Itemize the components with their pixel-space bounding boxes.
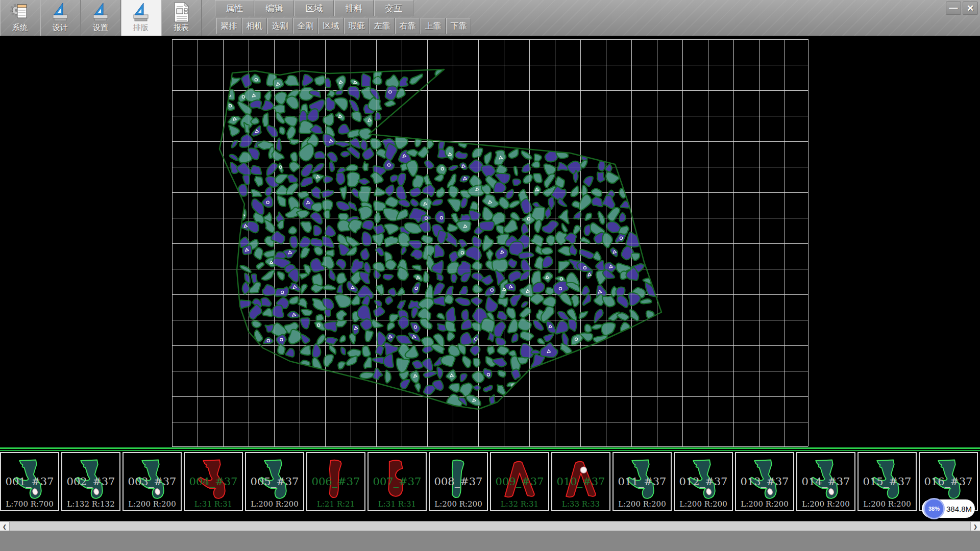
- menu-region[interactable]: 区域: [295, 0, 334, 16]
- piece-lr-count: L:200 R:200: [736, 499, 793, 509]
- action-align-bottom[interactable]: 下靠: [446, 18, 471, 34]
- thumbnail-piece-001_#37[interactable]: 001_#37L:700 R:700: [0, 452, 59, 511]
- piece-lr-count: L:200 R:200: [675, 499, 732, 509]
- piece-lr-count: L:31 R:31: [369, 499, 426, 509]
- piece-lr-count: L:200 R:200: [614, 499, 671, 509]
- thumbnail-piece-006_#37[interactable]: 006_#37L:21 R:21: [306, 452, 365, 511]
- piece-lr-count: L:200 R:200: [246, 499, 303, 509]
- close-button[interactable]: ✕: [963, 2, 978, 15]
- thumbnail-piece-005_#37[interactable]: 005_#37L:200 R:200: [245, 452, 304, 511]
- action-align-right[interactable]: 右靠: [395, 18, 420, 34]
- thumbnail-piece-007_#37[interactable]: 007_#37L:31 R:31: [368, 452, 427, 511]
- menu-interact[interactable]: 交互: [374, 0, 413, 16]
- minimize-button[interactable]: —: [946, 2, 961, 15]
- design-button-label: 设计: [53, 23, 68, 32]
- status-bar: [0, 531, 980, 551]
- main-button-group: 系统 设计 设置: [0, 0, 202, 36]
- piece-name: 014_#37: [797, 475, 854, 488]
- action-select-cut[interactable]: 选割: [267, 18, 292, 34]
- window-controls: — ✕: [946, 2, 978, 15]
- piece-lr-count: L:200 R:200: [124, 499, 181, 509]
- piece-name: 010_#37: [552, 475, 609, 488]
- piece-name: 005_#37: [246, 475, 303, 488]
- gear-document-icon: [10, 2, 30, 23]
- piece-name: 006_#37: [307, 475, 364, 488]
- action-cut-all[interactable]: 全割: [293, 18, 318, 34]
- strip-separator-line: [0, 447, 980, 449]
- piece-name: 008_#37: [430, 475, 487, 488]
- ruler-icon: [131, 2, 151, 23]
- piece-name: 007_#37: [369, 475, 426, 488]
- action-row: 聚排 相机 选割 全割 区域 瑕疵 左靠 右靠 上靠 下靠: [216, 18, 472, 34]
- ruler-icon: [90, 2, 111, 23]
- piece-name: 015_#37: [859, 475, 916, 488]
- thumbnail-piece-010_#37[interactable]: 010_#37L:33 R:33: [551, 452, 610, 511]
- menu-edit[interactable]: 编辑: [255, 0, 294, 16]
- system-button[interactable]: 系统: [0, 0, 40, 36]
- thumbnail-piece-008_#37[interactable]: 008_#37L:200 R:200: [429, 452, 488, 511]
- piece-name: 011_#37: [614, 475, 671, 488]
- scroll-left-arrow[interactable]: ❮: [0, 522, 10, 531]
- thumbnail-piece-012_#37[interactable]: 012_#37L:200 R:200: [674, 452, 733, 511]
- piece-name: 016_#37: [920, 475, 977, 488]
- nesting-tab-label: 排版: [133, 23, 149, 32]
- piece-lr-count: L:200 R:200: [859, 499, 916, 509]
- thumbnail-piece-003_#37[interactable]: 003_#37L:200 R:200: [122, 452, 182, 511]
- piece-lr-count: L:200 R:200: [430, 499, 487, 509]
- piece-name: 009_#37: [491, 475, 548, 488]
- scroll-right-arrow[interactable]: ❯: [970, 522, 980, 531]
- action-defect[interactable]: 瑕疵: [344, 18, 369, 34]
- top-toolbar: 系统 设计 设置: [0, 0, 980, 36]
- design-button[interactable]: 设计: [40, 0, 81, 36]
- piece-name: 012_#37: [675, 475, 732, 488]
- action-cluster-nest[interactable]: 聚排: [216, 18, 241, 34]
- ruler-icon: [50, 2, 70, 23]
- piece-lr-count: L:200 R:200: [797, 499, 854, 509]
- action-align-left[interactable]: 左靠: [370, 18, 395, 34]
- settings-button[interactable]: 设置: [81, 0, 121, 36]
- system-button-label: 系统: [12, 23, 28, 32]
- settings-button-label: 设置: [93, 23, 108, 32]
- piece-name: 003_#37: [124, 475, 181, 488]
- thumbnail-piece-011_#37[interactable]: 011_#37L:200 R:200: [612, 452, 672, 511]
- thumbnail-piece-004_#37[interactable]: 004_#37L:31 R:31: [184, 452, 243, 511]
- thumbnail-piece-015_#37[interactable]: 015_#37L:200 R:200: [857, 452, 917, 511]
- piece-name: 002_#37: [62, 475, 119, 488]
- action-region[interactable]: 区域: [318, 18, 344, 34]
- action-camera[interactable]: 相机: [242, 18, 267, 34]
- thumbnail-piece-014_#37[interactable]: 014_#37L:200 R:200: [796, 452, 855, 511]
- thumbnail-strip: 001_#37L:700 R:700002_#37L:132 R:132003_…: [0, 452, 980, 513]
- piece-lr-count: L:32 R:31: [491, 499, 548, 509]
- memory-badge: 38% 384.8M: [922, 499, 975, 518]
- nesting-canvas[interactable]: [0, 36, 980, 447]
- menu-properties[interactable]: 属性: [215, 0, 254, 16]
- piece-lr-count: L:21 R:21: [307, 499, 364, 509]
- piece-lr-count: L:33 R:33: [552, 499, 609, 509]
- piece-lr-count: L:31 R:31: [185, 499, 242, 509]
- piece-lr-count: L:700 R:700: [1, 499, 58, 509]
- strip-separator-line-2: [0, 450, 980, 451]
- piece-name: 004_#37: [185, 475, 242, 488]
- memory-percent-badge: 38%: [923, 498, 945, 519]
- thumbnail-piece-009_#37[interactable]: 009_#37L:32 R:31: [490, 452, 549, 511]
- piece-name: 013_#37: [736, 475, 793, 488]
- action-align-top[interactable]: 上靠: [421, 18, 446, 34]
- nesting-tab-button[interactable]: 排版: [121, 0, 161, 36]
- thumbnail-piece-013_#37[interactable]: 013_#37L:200 R:200: [735, 452, 794, 511]
- piece-name: 001_#37: [1, 475, 58, 488]
- report-button[interactable]: 报表: [161, 0, 202, 36]
- report-button-label: 报表: [174, 23, 189, 32]
- thumbnail-piece-002_#37[interactable]: 002_#37L:132 R:132: [61, 452, 120, 511]
- horizontal-scrollbar[interactable]: ❮ ❯: [0, 521, 980, 531]
- menu-nesting[interactable]: 排料: [334, 0, 374, 16]
- menu-row: 属性 编辑 区域 排料 交互: [215, 0, 414, 17]
- memory-usage-value: 384.8M: [946, 499, 972, 518]
- report-icon: [171, 2, 191, 23]
- piece-lr-count: L:132 R:132: [62, 499, 119, 509]
